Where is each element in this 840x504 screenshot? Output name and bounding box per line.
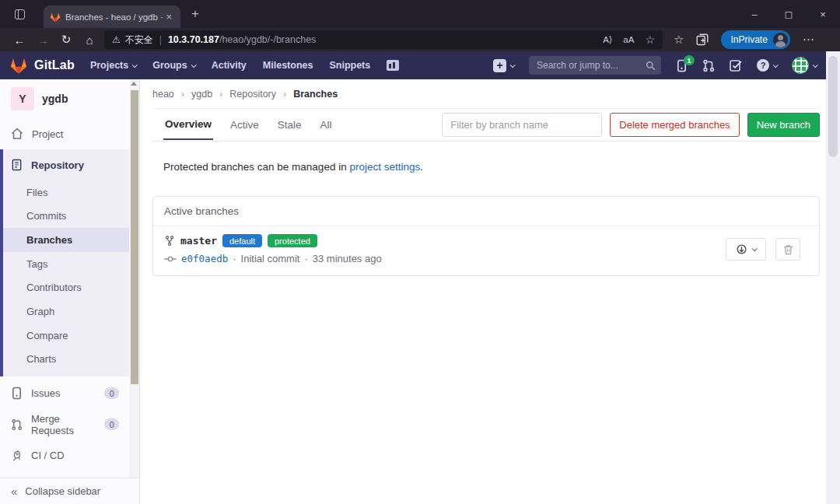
protected-badge: protected — [268, 234, 317, 247]
gitlab-logo[interactable] — [9, 57, 28, 75]
branch-filter-input[interactable] — [442, 113, 602, 137]
delete-branch-button[interactable] — [775, 238, 800, 261]
sidebar-item-commits[interactable]: Commits — [0, 205, 139, 229]
browser-tab[interactable]: Branches - heao / ygdb · GitLab × — [44, 5, 180, 28]
tab-close-icon[interactable]: × — [163, 11, 174, 23]
nav-issues-link[interactable]: 1 — [676, 59, 688, 72]
tab-overview[interactable]: Overview — [163, 110, 213, 140]
minimize-button[interactable]: – — [737, 0, 772, 28]
add-favorite-icon[interactable]: ☆ — [645, 33, 655, 46]
todos-icon[interactable] — [730, 59, 742, 72]
browser-toolbar: ← → ↻ ⌂ ⚠ 不安全 | 10.3.70.187 /heao/ygdb/-… — [0, 28, 840, 51]
sidebar-item-merge-requests[interactable]: Merge Requests 0 — [0, 409, 139, 440]
page-scrollbar[interactable] — [826, 51, 840, 504]
page-scrollbar-thumb[interactable] — [828, 56, 838, 157]
close-button[interactable]: × — [806, 0, 840, 28]
analytics-icon[interactable] — [387, 60, 399, 71]
nav-milestones[interactable]: Milestones — [263, 60, 313, 71]
url-path: /heao/ygdb/-/branches — [219, 34, 316, 45]
user-avatar — [792, 57, 809, 74]
gitlab-brand-text[interactable]: GitLab — [34, 58, 75, 72]
refresh-icon[interactable]: ↻ — [54, 33, 78, 47]
sidebar-item-repository[interactable]: Repository — [0, 149, 139, 180]
issues-icon — [11, 387, 23, 400]
delete-merged-branches-button[interactable]: Delete merged branches — [610, 113, 739, 137]
default-badge: default — [222, 234, 262, 247]
sidebar-item-issues[interactable]: Issues 0 — [0, 378, 139, 409]
nav-snippets[interactable]: Snippets — [329, 60, 370, 71]
nav-activity[interactable]: Activity — [212, 60, 247, 71]
sidebar-scrollbar[interactable] — [129, 79, 139, 478]
profile-avatar-icon — [773, 33, 788, 47]
sidebar-item-files[interactable]: Files — [0, 180, 139, 205]
sidebar-item-tags[interactable]: Tags — [0, 252, 139, 276]
breadcrumb: heao › ygdb › Repository › Branches — [152, 79, 820, 109]
security-label: 不安全 — [125, 33, 153, 47]
commit-message[interactable]: Initial commit — [241, 253, 300, 264]
collapse-icon: « — [11, 485, 17, 498]
home-icon[interactable]: ⌂ — [78, 33, 101, 47]
sidebar-item-project[interactable]: Project — [0, 118, 139, 149]
help-menu[interactable]: ? — [757, 59, 777, 72]
not-secure-warning-icon: ⚠ — [112, 34, 121, 45]
issues-count-badge: 0 — [104, 387, 119, 399]
inprivate-badge[interactable]: InPrivate — [721, 30, 789, 49]
sidebar-item-branches[interactable]: Branches — [0, 228, 139, 252]
user-menu[interactable] — [792, 57, 817, 74]
help-icon: ? — [757, 59, 769, 72]
search-icon — [646, 61, 656, 71]
main-content: heao › ygdb › Repository › Branches Over… — [140, 79, 826, 504]
card-title: Active branches — [153, 197, 819, 226]
breadcrumb-ygdb[interactable]: ygdb — [191, 89, 212, 100]
commit-icon — [164, 254, 177, 264]
tab-active[interactable]: Active — [229, 110, 261, 139]
new-tab-button[interactable]: + — [191, 6, 199, 22]
sidebar-scrollbar-thumb[interactable] — [131, 90, 138, 384]
maximize-button[interactable]: ◻ — [772, 0, 806, 28]
project-context[interactable]: Y ygdb — [0, 79, 139, 118]
collections-icon[interactable] — [696, 33, 709, 46]
sidebar-item-charts[interactable]: Charts — [0, 348, 139, 372]
collapse-sidebar-button[interactable]: « Collapse sidebar — [0, 478, 139, 504]
nav-projects[interactable]: Projects — [90, 60, 136, 71]
home-icon — [11, 128, 23, 140]
address-bar[interactable]: ⚠ 不安全 | 10.3.70.187 /heao/ygdb/-/branche… — [104, 30, 663, 49]
tab-stale[interactable]: Stale — [276, 110, 303, 139]
branch-tabs: Overview Active Stale All Delete merged … — [152, 109, 820, 142]
translate-icon[interactable]: aA — [623, 35, 634, 44]
branch-name[interactable]: master — [180, 235, 217, 247]
new-menu[interactable]: + — [493, 59, 514, 72]
browser-titlebar: Branches - heao / ygdb · GitLab × + – ◻ … — [0, 0, 840, 28]
back-icon[interactable]: ← — [8, 33, 31, 47]
browser-menu-icon[interactable]: ⋯ — [803, 33, 814, 47]
merge-request-icon[interactable] — [702, 59, 715, 72]
download-branch-button[interactable] — [726, 238, 766, 261]
rocket-icon — [11, 450, 23, 462]
sidebar-section-repository: Repository Files Commits Branches Tags C… — [0, 149, 139, 376]
sidebar-item-cicd[interactable]: CI / CD — [0, 440, 139, 471]
commit-time: 33 minutes ago — [313, 253, 382, 264]
read-aloud-icon[interactable]: A⟩ — [603, 34, 612, 45]
breadcrumb-heao[interactable]: heao — [152, 89, 174, 100]
tab-actions-icon[interactable] — [9, 5, 30, 23]
project-settings-link[interactable]: project settings — [349, 161, 420, 173]
project-name: ygdb — [42, 93, 68, 105]
sidebar-item-contributors[interactable]: Contributors — [0, 276, 139, 300]
global-search-input[interactable] — [529, 56, 661, 75]
issues-count-badge: 1 — [684, 55, 695, 65]
tab-all[interactable]: All — [319, 110, 334, 139]
nav-groups[interactable]: Groups — [152, 60, 194, 71]
mr-count-badge: 0 — [104, 418, 119, 430]
new-branch-button[interactable]: New branch — [747, 113, 820, 137]
sidebar-item-graph[interactable]: Graph — [0, 299, 139, 324]
forward-icon[interactable]: → — [31, 33, 54, 47]
active-branches-card: Active branches master default protected… — [152, 196, 820, 276]
breadcrumb-repository[interactable]: Repository — [229, 89, 276, 100]
favorites-icon[interactable]: ☆ — [674, 33, 684, 47]
inprivate-label: InPrivate — [730, 34, 767, 45]
scroll-up-icon[interactable] — [131, 82, 137, 86]
merge-request-icon — [11, 418, 23, 431]
branch-icon — [164, 235, 175, 247]
sidebar-item-compare[interactable]: Compare — [0, 324, 139, 348]
commit-sha-link[interactable]: e0f0aedb — [181, 253, 228, 264]
